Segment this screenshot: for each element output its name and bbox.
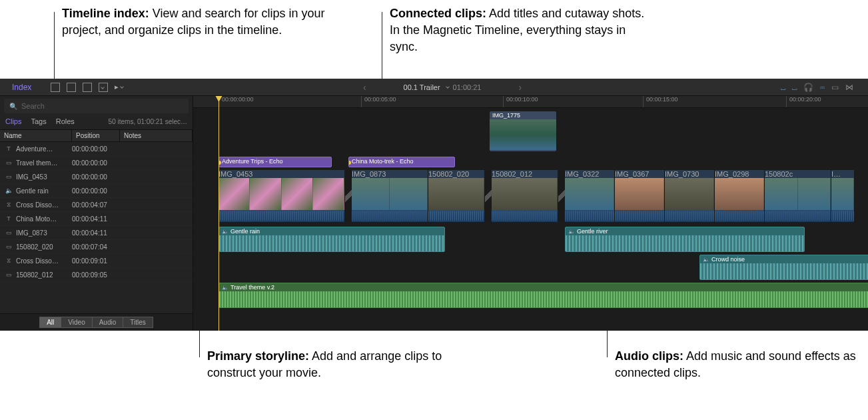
connected-video-clip[interactable]: IMG_1775 [490,111,556,151]
clip-type-icon: ⧖ [5,257,12,265]
audio-clip[interactable]: 🔈Gentle river [565,227,805,252]
video-clip[interactable]: IMG_0298 [715,170,765,222]
audio-skimming-icon[interactable]: ⎵ [792,83,797,92]
playhead[interactable] [218,96,219,331]
clip-type-icon: ▭ [5,229,12,236]
clip-type-icon: ▭ [5,159,12,166]
solo-icon[interactable]: 🎧 [803,83,813,92]
title-clip[interactable]: Adventure Trips - Echo [218,157,332,167]
filter-video[interactable]: Video [61,317,91,328]
tab-tags[interactable]: Tags [31,117,46,125]
list-item[interactable]: TAdventure…00:00:00:00 [0,142,193,156]
tab-roles[interactable]: Roles [56,117,75,125]
video-clip[interactable]: 150802c [765,170,831,222]
index-button[interactable]: Index [0,83,47,92]
clip-type-icon: ▭ [5,271,12,278]
search-icon: 🔍 [9,103,17,110]
callout-audio-clips: Audio clips: Add music and sound effects… [615,348,868,381]
list-item[interactable]: ▭Travel them…00:00:00:00 [0,156,193,170]
audio-clip[interactable]: 🔈Gentle rain [218,227,445,252]
selection-info: 50 items, 01:00:21 selec… [109,118,187,125]
video-clip[interactable]: 150802_020 [428,170,485,222]
list-item[interactable]: TChina Moto…00:00:04:11 [0,212,193,226]
callout-connected-clips: Connected clips: Add titles and cutaway … [390,5,656,56]
clip-type-icon: ▭ [5,243,12,250]
timeline-index-panel: 🔍 Search Clips Tags Roles 50 items, 01:0… [0,96,193,331]
list-item[interactable]: ▭150802_01200:00:09:05 [0,268,193,282]
transition-clip[interactable] [485,170,492,222]
toolbar: Index ▸ ‹ 00.1 Trailer 01:00:21 › ⎵ ⎵ 🎧 … [0,79,868,96]
tool-icon[interactable] [51,83,60,92]
video-clip[interactable]: IMG_0322 [565,170,615,222]
title-clip[interactable]: China Moto-trek - Echo [348,157,455,167]
view-icon[interactable]: ▭ [831,83,839,92]
filter-audio[interactable]: Audio [92,317,123,328]
callout-primary-storyline: Primary storyline: Add and arrange clips… [207,348,474,381]
filter-bar: All Video Audio Titles [0,313,193,331]
transition-clip[interactable] [345,170,352,222]
list-item[interactable]: ⧖Cross Disso…00:00:09:01 [0,254,193,268]
pointer-tool-icon[interactable]: ▸ [115,83,124,92]
audio-icon: 🔈 [222,285,228,291]
primary-storyline: IMG_0453IMG_0873150802_020150802_012IMG_… [218,170,868,222]
audio-clip[interactable]: 🔈Crowd noise [699,255,868,280]
transition-clip[interactable] [558,170,565,222]
filter-titles[interactable]: Titles [123,317,153,328]
video-clip[interactable]: 150802_012 [492,170,558,222]
audio-icon: 🔈 [568,229,575,235]
project-title[interactable]: ‹ 00.1 Trailer 01:00:21 › [330,82,555,93]
app-window: Index ▸ ‹ 00.1 Trailer 01:00:21 › ⎵ ⎵ 🎧 … [0,79,868,331]
tool-icon[interactable] [67,83,76,92]
list-item[interactable]: ⧖Cross Disso…00:00:04:07 [0,198,193,212]
audio-icon: 🔈 [222,229,228,235]
video-clip[interactable]: IMG_0730 [665,170,715,222]
clip-type-icon: T [5,215,12,222]
video-clip[interactable]: IMG_0873 [352,170,428,222]
clip-type-icon: ▭ [5,173,12,180]
trim-icon[interactable]: ⋈ [845,83,853,92]
tool-icon[interactable] [99,83,108,92]
tab-clips[interactable]: Clips [5,117,21,125]
time-ruler[interactable]: 00:00:00:0000:00:05:0000:00:10:0000:00:1… [193,96,868,108]
column-headers[interactable]: Name Position Notes [0,129,193,142]
search-input[interactable]: 🔍 Search [4,99,189,113]
video-clip[interactable]: IMG_0453 [218,170,345,222]
video-clip[interactable]: IMG_0367 [615,170,665,222]
audio-icon: 🔈 [703,257,709,263]
tool-icon[interactable] [83,83,92,92]
audio-clip[interactable]: 🔈Travel theme v.2 [218,283,868,308]
list-item[interactable]: ▭IMG_045300:00:00:00 [0,170,193,184]
clip-type-icon: 🔈 [5,187,12,194]
timecode-display: 01:00:21 [453,83,482,91]
clip-type-icon: T [5,145,12,152]
skimming-icon[interactable]: ⎵ [781,83,785,92]
video-clip[interactable]: I… [831,170,855,222]
list-item[interactable]: 🔈Gentle rain00:00:00:00 [0,184,193,198]
list-item[interactable]: ▭150802_02000:00:07:04 [0,240,193,254]
prev-edit-icon[interactable]: ‹ [330,82,400,93]
filter-all[interactable]: All [39,317,61,328]
snapping-icon[interactable]: ⎓ [820,83,825,92]
timeline-area[interactable]: 00:00:00:0000:00:05:0000:00:10:0000:00:1… [193,96,868,331]
callout-timeline-index: Timeline index: View and search for clip… [62,5,328,39]
next-edit-icon[interactable]: › [485,82,555,93]
clip-type-icon: ⧖ [5,201,12,209]
list-item[interactable]: ▭IMG_087300:00:04:11 [0,226,193,240]
